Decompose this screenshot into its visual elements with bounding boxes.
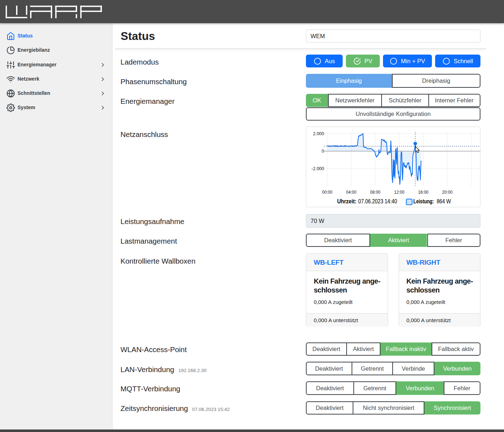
svg-text:Uhrzeit:: Uhrzeit: <box>337 198 357 204</box>
svg-text:12:00: 12:00 <box>394 189 404 195</box>
svg-text:864 W: 864 W <box>437 198 451 204</box>
svg-text:07.06.2023 14:40: 07.06.2023 14:40 <box>358 198 397 204</box>
svg-text:04:00: 04:00 <box>346 189 357 195</box>
svg-text:00:00: 00:00 <box>322 189 332 195</box>
svg-text:0: 0 <box>322 149 324 154</box>
svg-text:08:00: 08:00 <box>370 189 380 195</box>
svg-text:2.000: 2.000 <box>313 131 324 136</box>
svg-text:Leistung:: Leistung: <box>413 198 434 204</box>
svg-text:-2.000: -2.000 <box>312 166 324 171</box>
svg-text:20:00: 20:00 <box>442 189 453 195</box>
svg-text:16:00: 16:00 <box>418 189 428 195</box>
